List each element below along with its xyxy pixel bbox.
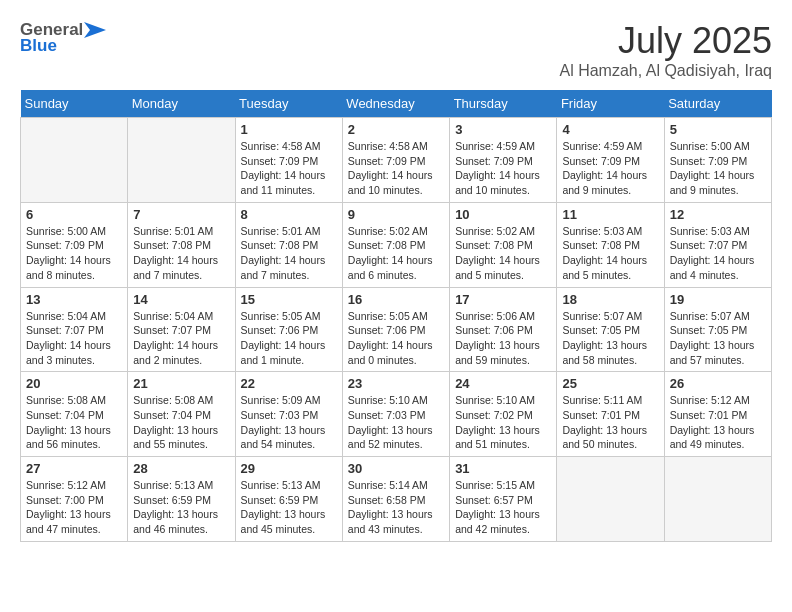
- day-number: 12: [670, 207, 766, 222]
- day-number: 7: [133, 207, 229, 222]
- day-info: Sunrise: 5:08 AMSunset: 7:04 PMDaylight:…: [133, 393, 229, 452]
- weekday-header-row: SundayMondayTuesdayWednesdayThursdayFrid…: [21, 90, 772, 118]
- day-number: 5: [670, 122, 766, 137]
- calendar-cell: [128, 118, 235, 203]
- day-number: 10: [455, 207, 551, 222]
- calendar-cell: 10Sunrise: 5:02 AMSunset: 7:08 PMDayligh…: [450, 202, 557, 287]
- day-number: 26: [670, 376, 766, 391]
- calendar-table: SundayMondayTuesdayWednesdayThursdayFrid…: [20, 90, 772, 542]
- location-title: Al Hamzah, Al Qadisiyah, Iraq: [559, 62, 772, 80]
- calendar-cell: 4Sunrise: 4:59 AMSunset: 7:09 PMDaylight…: [557, 118, 664, 203]
- calendar-cell: 21Sunrise: 5:08 AMSunset: 7:04 PMDayligh…: [128, 372, 235, 457]
- calendar-cell: 13Sunrise: 5:04 AMSunset: 7:07 PMDayligh…: [21, 287, 128, 372]
- day-number: 29: [241, 461, 337, 476]
- day-number: 31: [455, 461, 551, 476]
- day-number: 21: [133, 376, 229, 391]
- day-info: Sunrise: 5:07 AMSunset: 7:05 PMDaylight:…: [562, 309, 658, 368]
- day-info: Sunrise: 5:02 AMSunset: 7:08 PMDaylight:…: [348, 224, 444, 283]
- week-row-2: 6Sunrise: 5:00 AMSunset: 7:09 PMDaylight…: [21, 202, 772, 287]
- day-info: Sunrise: 4:58 AMSunset: 7:09 PMDaylight:…: [348, 139, 444, 198]
- svg-marker-0: [84, 22, 106, 38]
- day-info: Sunrise: 5:10 AMSunset: 7:03 PMDaylight:…: [348, 393, 444, 452]
- month-title: July 2025: [559, 20, 772, 62]
- week-row-4: 20Sunrise: 5:08 AMSunset: 7:04 PMDayligh…: [21, 372, 772, 457]
- day-number: 17: [455, 292, 551, 307]
- calendar-cell: 3Sunrise: 4:59 AMSunset: 7:09 PMDaylight…: [450, 118, 557, 203]
- calendar-cell: 17Sunrise: 5:06 AMSunset: 7:06 PMDayligh…: [450, 287, 557, 372]
- day-info: Sunrise: 5:03 AMSunset: 7:08 PMDaylight:…: [562, 224, 658, 283]
- calendar-cell: 20Sunrise: 5:08 AMSunset: 7:04 PMDayligh…: [21, 372, 128, 457]
- day-number: 2: [348, 122, 444, 137]
- calendar-cell: 11Sunrise: 5:03 AMSunset: 7:08 PMDayligh…: [557, 202, 664, 287]
- calendar-cell: 8Sunrise: 5:01 AMSunset: 7:08 PMDaylight…: [235, 202, 342, 287]
- day-number: 30: [348, 461, 444, 476]
- day-number: 13: [26, 292, 122, 307]
- day-number: 28: [133, 461, 229, 476]
- title-area: July 2025 Al Hamzah, Al Qadisiyah, Iraq: [559, 20, 772, 80]
- calendar-cell: 30Sunrise: 5:14 AMSunset: 6:58 PMDayligh…: [342, 457, 449, 542]
- calendar-cell: 29Sunrise: 5:13 AMSunset: 6:59 PMDayligh…: [235, 457, 342, 542]
- day-number: 11: [562, 207, 658, 222]
- day-info: Sunrise: 5:09 AMSunset: 7:03 PMDaylight:…: [241, 393, 337, 452]
- day-info: Sunrise: 5:12 AMSunset: 7:00 PMDaylight:…: [26, 478, 122, 537]
- page-header: General Blue July 2025 Al Hamzah, Al Qad…: [20, 20, 772, 80]
- calendar-cell: 28Sunrise: 5:13 AMSunset: 6:59 PMDayligh…: [128, 457, 235, 542]
- calendar-cell: [21, 118, 128, 203]
- day-number: 1: [241, 122, 337, 137]
- calendar-cell: 31Sunrise: 5:15 AMSunset: 6:57 PMDayligh…: [450, 457, 557, 542]
- calendar-cell: 7Sunrise: 5:01 AMSunset: 7:08 PMDaylight…: [128, 202, 235, 287]
- day-info: Sunrise: 5:01 AMSunset: 7:08 PMDaylight:…: [133, 224, 229, 283]
- day-info: Sunrise: 5:04 AMSunset: 7:07 PMDaylight:…: [133, 309, 229, 368]
- calendar-cell: 19Sunrise: 5:07 AMSunset: 7:05 PMDayligh…: [664, 287, 771, 372]
- day-info: Sunrise: 5:02 AMSunset: 7:08 PMDaylight:…: [455, 224, 551, 283]
- day-info: Sunrise: 5:07 AMSunset: 7:05 PMDaylight:…: [670, 309, 766, 368]
- day-number: 22: [241, 376, 337, 391]
- weekday-header-sunday: Sunday: [21, 90, 128, 118]
- day-info: Sunrise: 5:14 AMSunset: 6:58 PMDaylight:…: [348, 478, 444, 537]
- weekday-header-wednesday: Wednesday: [342, 90, 449, 118]
- logo: General Blue: [20, 20, 106, 56]
- calendar-cell: 1Sunrise: 4:58 AMSunset: 7:09 PMDaylight…: [235, 118, 342, 203]
- day-info: Sunrise: 5:00 AMSunset: 7:09 PMDaylight:…: [26, 224, 122, 283]
- calendar-cell: 22Sunrise: 5:09 AMSunset: 7:03 PMDayligh…: [235, 372, 342, 457]
- day-info: Sunrise: 4:58 AMSunset: 7:09 PMDaylight:…: [241, 139, 337, 198]
- day-number: 24: [455, 376, 551, 391]
- day-number: 27: [26, 461, 122, 476]
- day-info: Sunrise: 4:59 AMSunset: 7:09 PMDaylight:…: [562, 139, 658, 198]
- calendar-cell: 9Sunrise: 5:02 AMSunset: 7:08 PMDaylight…: [342, 202, 449, 287]
- calendar-cell: [557, 457, 664, 542]
- calendar-cell: 24Sunrise: 5:10 AMSunset: 7:02 PMDayligh…: [450, 372, 557, 457]
- day-number: 8: [241, 207, 337, 222]
- day-info: Sunrise: 5:04 AMSunset: 7:07 PMDaylight:…: [26, 309, 122, 368]
- calendar-cell: 6Sunrise: 5:00 AMSunset: 7:09 PMDaylight…: [21, 202, 128, 287]
- calendar-cell: 18Sunrise: 5:07 AMSunset: 7:05 PMDayligh…: [557, 287, 664, 372]
- week-row-5: 27Sunrise: 5:12 AMSunset: 7:00 PMDayligh…: [21, 457, 772, 542]
- calendar-cell: [664, 457, 771, 542]
- calendar-cell: 14Sunrise: 5:04 AMSunset: 7:07 PMDayligh…: [128, 287, 235, 372]
- logo-blue: Blue: [20, 36, 57, 56]
- calendar-cell: 25Sunrise: 5:11 AMSunset: 7:01 PMDayligh…: [557, 372, 664, 457]
- day-info: Sunrise: 5:05 AMSunset: 7:06 PMDaylight:…: [241, 309, 337, 368]
- day-info: Sunrise: 5:03 AMSunset: 7:07 PMDaylight:…: [670, 224, 766, 283]
- day-number: 18: [562, 292, 658, 307]
- day-number: 25: [562, 376, 658, 391]
- day-number: 23: [348, 376, 444, 391]
- day-info: Sunrise: 5:01 AMSunset: 7:08 PMDaylight:…: [241, 224, 337, 283]
- day-info: Sunrise: 5:08 AMSunset: 7:04 PMDaylight:…: [26, 393, 122, 452]
- day-info: Sunrise: 5:10 AMSunset: 7:02 PMDaylight:…: [455, 393, 551, 452]
- calendar-cell: 27Sunrise: 5:12 AMSunset: 7:00 PMDayligh…: [21, 457, 128, 542]
- day-info: Sunrise: 5:13 AMSunset: 6:59 PMDaylight:…: [241, 478, 337, 537]
- day-number: 3: [455, 122, 551, 137]
- weekday-header-thursday: Thursday: [450, 90, 557, 118]
- weekday-header-saturday: Saturday: [664, 90, 771, 118]
- day-number: 6: [26, 207, 122, 222]
- day-number: 20: [26, 376, 122, 391]
- week-row-1: 1Sunrise: 4:58 AMSunset: 7:09 PMDaylight…: [21, 118, 772, 203]
- weekday-header-monday: Monday: [128, 90, 235, 118]
- day-info: Sunrise: 5:05 AMSunset: 7:06 PMDaylight:…: [348, 309, 444, 368]
- day-info: Sunrise: 5:12 AMSunset: 7:01 PMDaylight:…: [670, 393, 766, 452]
- day-number: 16: [348, 292, 444, 307]
- calendar-cell: 23Sunrise: 5:10 AMSunset: 7:03 PMDayligh…: [342, 372, 449, 457]
- logo-bird-icon: [84, 22, 106, 38]
- day-info: Sunrise: 5:00 AMSunset: 7:09 PMDaylight:…: [670, 139, 766, 198]
